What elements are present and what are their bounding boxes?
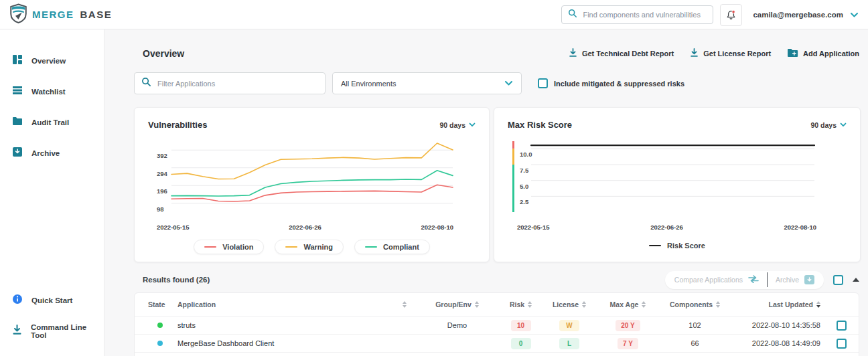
- sidebar-item-overview[interactable]: Overview: [0, 46, 104, 76]
- include-mitigated-checkbox-row[interactable]: Include mitigated & suppressed risks: [538, 78, 684, 88]
- col-state: State: [148, 300, 177, 308]
- svg-text:5.0: 5.0: [520, 183, 528, 190]
- filter-applications-input[interactable]: [157, 80, 318, 88]
- license-badge: L: [559, 338, 579, 349]
- legend-violation[interactable]: Violation: [194, 240, 264, 254]
- sidebar-item-label: Watchlist: [31, 88, 66, 96]
- info-icon: [12, 294, 23, 307]
- col-license: License: [553, 300, 586, 308]
- get-license-report-button[interactable]: Get License Report: [690, 48, 771, 59]
- search-icon: [568, 9, 577, 21]
- environment-select[interactable]: All Environments: [332, 72, 522, 94]
- select-all-checkbox[interactable]: [833, 275, 843, 285]
- compare-arrows-icon: [748, 275, 759, 284]
- download-icon: [569, 48, 577, 59]
- max-risk-score-chart: 10.07.55.02.5: [508, 137, 847, 217]
- application-name[interactable]: struts: [177, 321, 412, 329]
- notifications-button[interactable]: [720, 4, 742, 26]
- components-count: 66: [691, 339, 699, 347]
- col-max-age: Max Age: [610, 300, 646, 308]
- logo-text-base: BASE: [80, 9, 113, 20]
- sidebar-item-label: Archive: [31, 149, 60, 157]
- table-row[interactable]: struts Demo 10 W 20 Y 102 2022-08-10 14:…: [135, 316, 859, 334]
- sort-risk[interactable]: [528, 301, 532, 308]
- collapse-triangle-icon[interactable]: [853, 278, 859, 282]
- archive-button[interactable]: Archive: [776, 275, 814, 284]
- folder-icon: [12, 116, 23, 128]
- max-risk-x-axis: 2022-05-15 2022-06-26 2022-08-10: [508, 224, 847, 231]
- add-application-button[interactable]: Add Application: [787, 48, 859, 59]
- svg-text:196: 196: [157, 187, 167, 195]
- sort-components[interactable]: [716, 301, 720, 308]
- risk-badge: 0: [511, 338, 531, 349]
- sidebar-item-label: Command Line Tool: [31, 323, 104, 339]
- mergebase-logo: MERGEBASE: [9, 3, 112, 26]
- row-checkbox[interactable]: [837, 321, 847, 331]
- archive-icon: [12, 147, 23, 160]
- compare-applications-button[interactable]: Compare Applications: [674, 275, 759, 284]
- toolbar-divider: [767, 272, 768, 287]
- col-last-updated: Last Updated: [768, 300, 820, 308]
- svg-text:10.0: 10.0: [520, 151, 532, 158]
- sort-group-env[interactable]: [475, 301, 479, 308]
- folder-plus-icon: [787, 48, 798, 59]
- svg-text:2.5: 2.5: [520, 198, 529, 205]
- max-age-badge: 7 Y: [618, 338, 638, 349]
- col-application: Application: [177, 300, 412, 308]
- global-search-input[interactable]: [583, 11, 707, 19]
- user-menu-chevron-down-icon[interactable]: [850, 9, 859, 21]
- max-risk-range-select[interactable]: 90 days: [810, 121, 847, 129]
- last-updated-value: 2022-08-10 14:35:58: [752, 321, 820, 329]
- sort-license[interactable]: [582, 301, 586, 308]
- svg-text:294: 294: [157, 170, 168, 177]
- table-row[interactable]: MergeBase Dashboard Client 0 L 7 Y 66 20…: [135, 334, 859, 352]
- table-header-row: State Application Group/Env Risk License: [135, 293, 859, 316]
- vulnerabilities-x-axis: 2022-05-15 2022-06-26 2022-08-10: [148, 224, 476, 231]
- sidebar-item-command-line-tool[interactable]: Command Line Tool: [0, 316, 104, 347]
- risk-score-legend: Risk Score: [508, 242, 847, 250]
- license-badge: W: [559, 320, 579, 331]
- legend-warning[interactable]: Warning: [275, 240, 344, 254]
- include-mitigated-checkbox[interactable]: [538, 78, 548, 88]
- top-header: MERGEBASE camila@mergebase.com: [0, 0, 868, 29]
- svg-text:98: 98: [157, 205, 164, 213]
- global-search-box[interactable]: [561, 5, 713, 24]
- download-icon: [12, 325, 22, 338]
- sidebar-item-label: Overview: [31, 57, 66, 65]
- page-title: Overview: [143, 48, 184, 59]
- user-email: camila@mergebase.com: [753, 11, 843, 19]
- sidebar: Overview Watchlist Audit Trail Archive: [0, 29, 104, 356]
- vulnerabilities-card: Vulnerabilities 90 days 39229419698 2022…: [134, 107, 490, 262]
- row-checkbox[interactable]: [837, 339, 847, 349]
- svg-text:7.5: 7.5: [520, 167, 529, 174]
- sort-last-updated[interactable]: [816, 301, 820, 308]
- vulnerabilities-range-select[interactable]: 90 days: [439, 121, 476, 129]
- legend-compliant[interactable]: Compliant: [354, 240, 430, 254]
- chevron-down-icon: [840, 122, 847, 127]
- filter-applications-box[interactable]: [134, 72, 326, 94]
- state-dot: [157, 341, 163, 346]
- logo-text-merge: MERGE: [32, 9, 74, 20]
- col-risk: Risk: [510, 300, 532, 308]
- list-icon: [12, 85, 23, 98]
- sidebar-item-archive[interactable]: Archive: [0, 138, 104, 169]
- col-components: Components: [670, 300, 720, 308]
- sidebar-item-label: Audit Trail: [31, 118, 69, 126]
- sidebar-item-watchlist[interactable]: Watchlist: [0, 76, 104, 107]
- max-risk-score-card: Max Risk Score 90 days 10.07.55.02.5 202…: [494, 107, 861, 262]
- sidebar-item-audit-trail[interactable]: Audit Trail: [0, 107, 104, 138]
- bell-icon: [725, 9, 737, 21]
- shield-logo-icon: [9, 3, 27, 26]
- table-row-clipped[interactable]: [135, 352, 859, 356]
- col-group-env: Group/Env: [435, 300, 479, 308]
- dashboard-icon: [12, 54, 23, 68]
- sidebar-item-quick-start[interactable]: Quick Start: [0, 285, 104, 316]
- group-env-value: Demo: [447, 321, 467, 329]
- get-technical-debt-report-button[interactable]: Get Technical Debt Report: [569, 48, 674, 59]
- applications-table: State Application Group/Env Risk License: [134, 292, 859, 356]
- sort-max-age[interactable]: [642, 301, 646, 308]
- svg-text:392: 392: [157, 152, 167, 159]
- sort-application[interactable]: [403, 301, 407, 308]
- application-name[interactable]: MergeBase Dashboard Client: [177, 339, 412, 347]
- main-area: Overview Get Technical Debt Report Get L…: [104, 29, 868, 356]
